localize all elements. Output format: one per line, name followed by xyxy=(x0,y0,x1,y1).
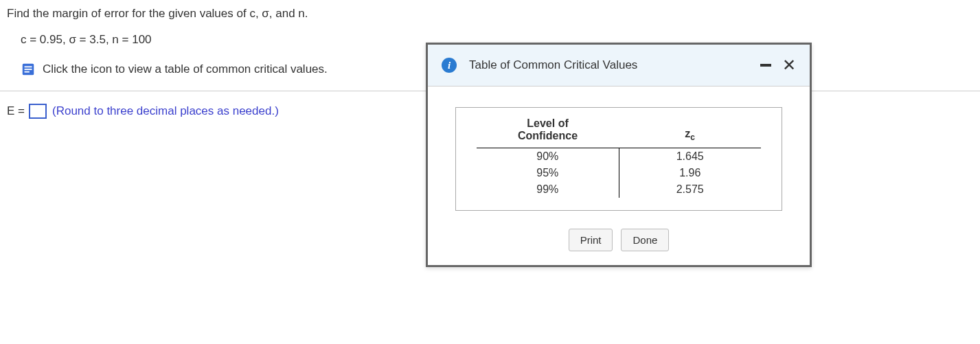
answer-input[interactable] xyxy=(29,104,47,119)
question-prompt: Find the margin of error for the given v… xyxy=(7,7,973,21)
dialog-header: i Table of Common Critical Values ✕ xyxy=(428,45,810,87)
table-row: 95% 1.96 xyxy=(477,165,761,181)
close-icon[interactable]: ✕ xyxy=(782,57,796,73)
cell-z: 1.96 xyxy=(619,165,761,181)
svg-rect-2 xyxy=(25,69,32,70)
table-row: 99% 2.575 xyxy=(477,181,761,198)
dialog-footer: Print Done xyxy=(428,219,810,265)
table-header-level: Level of Confidence xyxy=(477,115,619,148)
link-text: Click the icon to view a table of common… xyxy=(43,62,328,76)
cell-level: 95% xyxy=(477,165,619,181)
dialog-title: Table of Common Critical Values xyxy=(469,58,760,72)
dialog-body: Level of Confidence zc 90% 1.645 95 xyxy=(428,87,810,219)
cell-level: 99% xyxy=(477,181,619,198)
svg-rect-3 xyxy=(25,71,30,73)
cell-z: 1.645 xyxy=(619,148,761,165)
table-row: 90% 1.645 xyxy=(477,148,761,165)
info-icon: i xyxy=(442,58,457,73)
answer-hint: (Round to three decimal places as needed… xyxy=(52,104,279,118)
table-header-zc: zc xyxy=(619,115,761,148)
print-button[interactable]: Print xyxy=(569,229,613,251)
done-button[interactable]: Done xyxy=(621,229,669,251)
svg-rect-1 xyxy=(25,66,32,67)
book-icon xyxy=(21,62,36,77)
answer-label: E = xyxy=(7,104,25,118)
critical-values-table: Level of Confidence zc 90% 1.645 95 xyxy=(477,115,761,198)
cell-level: 90% xyxy=(477,148,619,165)
minimize-icon[interactable] xyxy=(760,64,771,67)
cell-z: 2.575 xyxy=(619,181,761,198)
critical-values-dialog: i Table of Common Critical Values ✕ Leve… xyxy=(426,43,812,267)
